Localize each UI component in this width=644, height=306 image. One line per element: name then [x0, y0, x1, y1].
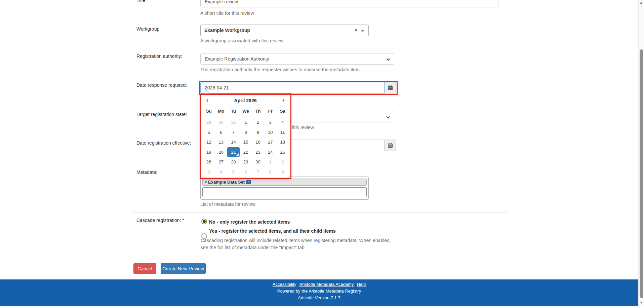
workgroup-selected-value: Example Workgroup — [204, 28, 250, 33]
workgroup-label: Workgroup: — [136, 26, 161, 32]
footer-link[interactable]: Aristotle Metadata Academy — [299, 282, 354, 287]
cascade-radio-yes-label[interactable]: Yes - register the selected items, and a… — [209, 228, 336, 234]
calendar-day[interactable]: 27 — [215, 157, 228, 167]
calendar-icon — [388, 143, 393, 148]
datepicker-month-title[interactable]: April 2026 — [201, 98, 290, 103]
date-response-required-label: Date response required: — [136, 82, 187, 88]
calendar-day[interactable]: 25 — [276, 147, 289, 157]
create-new-review-button[interactable]: Create New Review — [161, 263, 206, 274]
calendar-day-name: Sa — [276, 109, 289, 114]
calendar-day[interactable]: 3 — [203, 167, 215, 177]
calendar-day[interactable]: 9 — [252, 127, 264, 138]
calendar-day[interactable]: 18 — [276, 137, 289, 147]
chevron-down-icon — [386, 115, 390, 118]
calendar-day[interactable]: 6 — [215, 127, 228, 138]
calendar-day[interactable]: 6 — [240, 167, 252, 177]
caret-down-icon[interactable] — [361, 30, 364, 32]
calendar-day[interactable]: 2 — [276, 157, 289, 167]
calendar-day[interactable]: 30 — [215, 117, 228, 127]
scrollbar-down-icon[interactable] — [640, 302, 643, 304]
date-response-required-input[interactable] — [200, 82, 385, 93]
calendar-day[interactable]: 23 — [252, 147, 264, 157]
calendar-day-selected[interactable]: 21 — [227, 147, 240, 157]
registration-authority-selected-value: Example Registration Authority — [205, 56, 269, 62]
calendar-day[interactable]: 3 — [264, 117, 277, 127]
date-response-calendar-button[interactable] — [385, 82, 396, 93]
calendar-week-row: 19202122232425 — [203, 147, 289, 157]
calendar-day[interactable]: 29 — [203, 117, 215, 127]
calendar-day[interactable]: 8 — [240, 127, 252, 138]
calendar-day[interactable]: 8 — [264, 167, 277, 177]
calendar-day[interactable]: 10 — [264, 127, 277, 138]
datepicker-popup: ‹ April 2026 › SuMoTuWeThFrSa 2930311234… — [201, 94, 290, 178]
title-label: Title: — [136, 0, 147, 3]
calendar-day[interactable]: 5 — [203, 127, 215, 138]
calendar-day[interactable]: 5 — [227, 167, 240, 177]
footer-link[interactable]: Help — [357, 282, 366, 287]
calendar-day[interactable]: 12 — [203, 137, 215, 147]
calendar-day[interactable]: 1 — [240, 117, 252, 127]
calendar-day[interactable]: 29 — [240, 157, 252, 167]
calendar-day[interactable]: 20 — [215, 147, 228, 157]
cascade-radio-no[interactable] — [201, 219, 207, 224]
cancel-button[interactable]: Cancel — [133, 263, 156, 274]
scrollbar-track[interactable] — [638, 0, 644, 306]
calendar-day[interactable]: 4 — [215, 167, 228, 177]
calendar-week-row: 262728293012 — [203, 157, 289, 167]
metadata-help: List of metadata for review — [200, 201, 255, 207]
calendar-day[interactable]: 26 — [203, 157, 215, 167]
divider — [133, 20, 507, 20]
title-input[interactable] — [200, 0, 498, 7]
calendar-day[interactable]: 16 — [252, 137, 264, 147]
calendar-day[interactable]: 17 — [264, 137, 277, 147]
calendar-day[interactable]: 7 — [227, 127, 240, 138]
calendar-week-row: 2930311234 — [203, 117, 289, 127]
calendar-day[interactable]: 4 — [276, 117, 289, 127]
external-link-icon[interactable]: ↗ — [246, 180, 251, 184]
calendar-day[interactable]: 9 — [276, 167, 289, 177]
metadata-search-input[interactable] — [202, 187, 367, 197]
cascade-radio-no-label[interactable]: No - only register the selected items — [209, 219, 290, 225]
calendar-day[interactable]: 30 — [252, 157, 264, 167]
calendar-day[interactable]: 22 — [240, 147, 252, 157]
cascade-help: Cascading registration will include rela… — [201, 237, 391, 251]
calendar-day-name: Mo — [215, 109, 228, 114]
remove-tag-icon[interactable]: × — [205, 180, 207, 185]
metadata-tag: × Example Data Set ↗ — [202, 179, 367, 186]
calendar-day[interactable]: 28 — [227, 157, 240, 167]
calendar-day[interactable]: 13 — [215, 137, 228, 147]
calendar-week-row: 3456789 — [203, 167, 289, 177]
today-marker-icon — [236, 153, 239, 156]
datepicker-day-names: SuMoTuWeThFrSa — [203, 109, 289, 114]
cascade-help-line2: see the full list of metadata under the … — [201, 244, 391, 251]
registration-authority-label: Registration authority: — [136, 53, 182, 59]
date-effective-calendar-button[interactable] — [385, 140, 396, 151]
scrollbar-thumb[interactable] — [640, 49, 643, 298]
workgroup-help: A workgroup associated with this review — [200, 38, 283, 43]
registration-authority-help: The registration authority the requester… — [200, 67, 360, 72]
calendar-day-name: Su — [203, 109, 215, 114]
calendar-day[interactable]: 2 — [252, 117, 264, 127]
calendar-day[interactable]: 11 — [276, 127, 289, 138]
calendar-day[interactable]: 7 — [252, 167, 264, 177]
workgroup-select[interactable]: Example Workgroup × — [200, 25, 369, 36]
chevron-down-icon — [386, 57, 390, 61]
calendar-day[interactable]: 19 — [203, 147, 215, 157]
calendar-day[interactable]: 24 — [264, 147, 277, 157]
registration-authority-select[interactable]: Example Registration Authority — [200, 53, 394, 65]
calendar-day[interactable]: 14 — [227, 137, 240, 147]
footer-link[interactable]: Accessibility — [273, 282, 296, 287]
footer-registry-link[interactable]: Aristotle Metadata Registry — [309, 289, 361, 294]
calendar-day[interactable]: 1 — [264, 157, 277, 167]
calendar-day[interactable]: 15 — [240, 137, 252, 147]
radio-selected-dot — [203, 220, 206, 223]
cascade-help-line1: Cascading registration will include rela… — [201, 237, 391, 244]
next-month-icon[interactable]: › — [282, 97, 284, 104]
calendar-day[interactable]: 31 — [227, 117, 240, 127]
metadata-label: Metadata: — [136, 169, 157, 175]
title-help: A short title for this review — [200, 10, 254, 16]
footer-powered-by: Powered by the Aristotle Metadata Regist… — [0, 289, 638, 294]
scrollbar-up-icon[interactable] — [640, 2, 643, 4]
clear-icon[interactable]: × — [355, 28, 357, 33]
metadata-tag-label: Example Data Set — [208, 180, 245, 185]
